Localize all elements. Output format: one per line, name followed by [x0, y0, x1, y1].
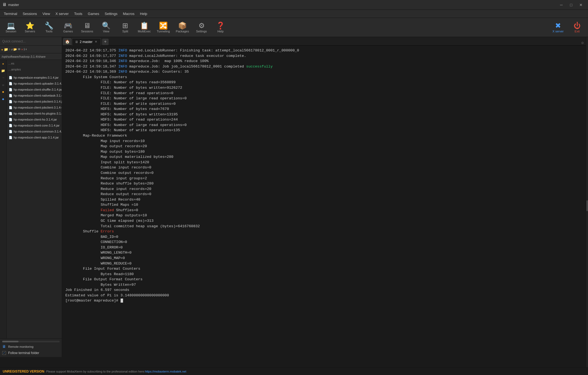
file-icon-4: 📄	[9, 100, 13, 103]
remote-monitoring-icon: 🖥	[2, 345, 6, 349]
file-item-5[interactable]: 📄 hp-mapreduce-client-jobclient-3.1.4-te…	[7, 104, 62, 110]
close-button[interactable]: ✕	[576, 1, 586, 9]
toolbar-sessions-label: Sessions	[81, 30, 93, 33]
tab-master[interactable]: 🖥 2 master ✕	[72, 38, 101, 46]
toolbar-split[interactable]: ⊞ Split	[117, 19, 134, 36]
file-icon-5: 📄	[9, 106, 13, 109]
toolbar-help[interactable]: ❓ Help	[212, 19, 229, 36]
menu-sessions[interactable]: Sessions	[20, 11, 40, 17]
folder-icon[interactable]: 📁	[4, 47, 8, 52]
info-icon[interactable]: ℹ	[24, 48, 25, 51]
split-icon: ⊞	[122, 22, 128, 29]
delete-icon[interactable]: ✕	[21, 48, 23, 51]
toolbar-multiexec[interactable]: 📋 MultiExec	[136, 19, 153, 36]
sidebar-resize-handle[interactable]	[61, 37, 62, 357]
file-name-2: hp-mapreduce-client-shuffle-3.1.4.jar	[14, 88, 62, 91]
toolbar-games[interactable]: 🎮 Games	[59, 19, 77, 36]
remote-monitoring-row[interactable]: 🖥 Remote monitoring	[2, 345, 60, 349]
file-item-9[interactable]: 📄 hp-mapreduce-client-common-3.1.4.jar	[7, 128, 62, 134]
quick-connect-label: Quick connect...	[2, 39, 26, 43]
tab-gear-icon: ⚙	[581, 41, 584, 45]
toolbar-view[interactable]: 🔍 View	[97, 19, 115, 36]
file-item-0[interactable]: 📄 hp-mapreduce-examples-3.1.4.jar	[7, 75, 62, 81]
folder-nav-icon[interactable]: 📁	[1, 68, 6, 73]
arrow-nav-icon[interactable]: →	[1, 75, 6, 81]
tunneling-icon: 🔀	[159, 22, 168, 29]
file-item-1[interactable]: 📄 hp-mapreduce-client-uploader-3.1.4.jar	[7, 81, 62, 87]
help-icon: ❓	[216, 22, 225, 29]
file-item-3[interactable]: 📄 hp-mapreduce-client-nativetask-3.1.4.j…	[7, 93, 62, 99]
main-area: Quick connect... ★ 📁 ↑ ↺ 📂 👁 ✕ ℹ ⬇ /opt/…	[0, 37, 588, 367]
menu-xserver[interactable]: X server	[53, 11, 71, 17]
toolbar-split-label: Split	[122, 30, 128, 33]
toolbar-help-label: Help	[218, 30, 224, 33]
star-nav-icon[interactable]: ★	[1, 61, 6, 66]
menu-help[interactable]: Help	[137, 11, 150, 17]
up-icon[interactable]: ↑	[9, 48, 11, 51]
mail-nav-icon[interactable]: ✉	[1, 82, 6, 88]
follow-terminal-row[interactable]: ✓ Follow terminal folder	[2, 351, 60, 355]
toolbar-session[interactable]: 💻 Session	[2, 19, 20, 36]
toolbar-servers[interactable]: ⭐ Servers	[21, 19, 39, 36]
file-item-4[interactable]: 📄 hp-mapreduce-client-jobclient-3.1.4.ja…	[7, 99, 62, 104]
add-icon: +	[104, 39, 107, 44]
refresh-icon[interactable]: ↺	[11, 48, 13, 51]
sidebar-body: ★ 📁 → ✉ ● ◆ …es …amples 📄 hp-mapr	[0, 60, 62, 338]
file-name-1: hp-mapreduce-client-uploader-3.1.4.jar	[14, 82, 62, 85]
file-item-7[interactable]: 📄 hp-mapreduce-client-hs-3.1.4.jar	[7, 116, 62, 122]
maximize-button[interactable]: □	[566, 1, 576, 9]
file-icon-6: 📄	[9, 112, 13, 115]
sort-icon[interactable]: ⬇	[25, 48, 27, 51]
minimize-button[interactable]: ─	[556, 1, 566, 9]
toolbar-settings[interactable]: ⚙ Settings	[193, 19, 210, 36]
toolbar-exit[interactable]: ⏻ Exit	[568, 19, 586, 36]
circle-nav-icon[interactable]: ●	[1, 89, 6, 95]
quick-connect-bar[interactable]: Quick connect...	[0, 37, 62, 46]
follow-terminal-checkbox[interactable]: ✓	[2, 351, 6, 355]
file-icon-2: 📄	[9, 88, 13, 91]
file-icon-1: 📄	[9, 82, 13, 85]
file-item-6[interactable]: 📄 hp-mapreduce-client-hs-plugins-3.1.4.j…	[7, 110, 62, 116]
file-item-10[interactable]: 📄 hp-mapreduce-client-app-3.1.4.jar	[7, 134, 62, 140]
toolbar-exit-label: Exit	[575, 30, 580, 33]
file-list-spacer	[7, 72, 62, 75]
file-icon-9: 📄	[9, 130, 13, 133]
toolbar-xserver-label: X server	[553, 30, 564, 33]
menu-view[interactable]: View	[40, 11, 53, 17]
toolbar-sessions[interactable]: 🖥 Sessions	[78, 19, 96, 36]
sidebar-top-toolbar: ★ 📁 ↑ ↺ 📂 👁 ✕ ℹ ⬇	[0, 46, 62, 53]
tab-add-button[interactable]: +	[102, 39, 109, 45]
remote-monitoring-label: Remote monitoring	[8, 345, 33, 348]
terminal-output[interactable]: 2024-04-22 14:59:17,375 INFO mapred.Loca…	[62, 46, 586, 367]
toolbar-servers-label: Servers	[25, 30, 35, 33]
toolbar-xserver[interactable]: ✖ X server	[549, 19, 567, 36]
right-scrollbar[interactable]	[586, 37, 588, 367]
file-item-2[interactable]: 📄 hp-mapreduce-client-shuffle-3.1.4.jar	[7, 87, 62, 93]
star-icon[interactable]: ★	[1, 47, 3, 52]
toolbar-tunneling-label: Tunneling	[157, 30, 170, 33]
toolbar-packages-label: Packages	[176, 30, 189, 33]
tab-home[interactable]: 🏠	[63, 38, 71, 45]
menu-tools[interactable]: Tools	[71, 11, 85, 17]
tools-icon: 🔧	[45, 22, 53, 29]
menu-terminal[interactable]: Terminal	[1, 11, 20, 17]
status-link[interactable]: https://mobaxterm.mobatek.net	[145, 370, 186, 373]
tab-settings-right[interactable]: ⚙	[581, 41, 584, 45]
settings-icon: ⚙	[198, 22, 205, 29]
menu-settings[interactable]: Settings	[102, 11, 120, 17]
sidebar-scrollbar-thumb[interactable]	[2, 341, 19, 342]
tab-master-label: 2 master	[80, 40, 93, 44]
menu-games[interactable]: Games	[85, 11, 102, 17]
scrollbar-thumb[interactable]	[586, 200, 588, 211]
title-bar-title: master	[8, 3, 556, 7]
new-folder-icon[interactable]: 📂	[13, 48, 17, 51]
file-item-8[interactable]: 📄 hp-mapreduce-client-core-3.1.4.jar	[7, 122, 62, 128]
tab-close-icon[interactable]: ✕	[94, 40, 98, 44]
diamond-nav-icon[interactable]: ◆	[1, 96, 6, 102]
menu-macros[interactable]: Macros	[120, 11, 137, 17]
toolbar-tunneling[interactable]: 🔀 Tunneling	[155, 19, 172, 36]
xserver-icon: ✖	[555, 22, 561, 29]
hidden-files-icon[interactable]: 👁	[18, 48, 21, 51]
toolbar-tools[interactable]: 🔧 Tools	[40, 19, 58, 36]
toolbar-packages[interactable]: 📦 Packages	[174, 19, 191, 36]
